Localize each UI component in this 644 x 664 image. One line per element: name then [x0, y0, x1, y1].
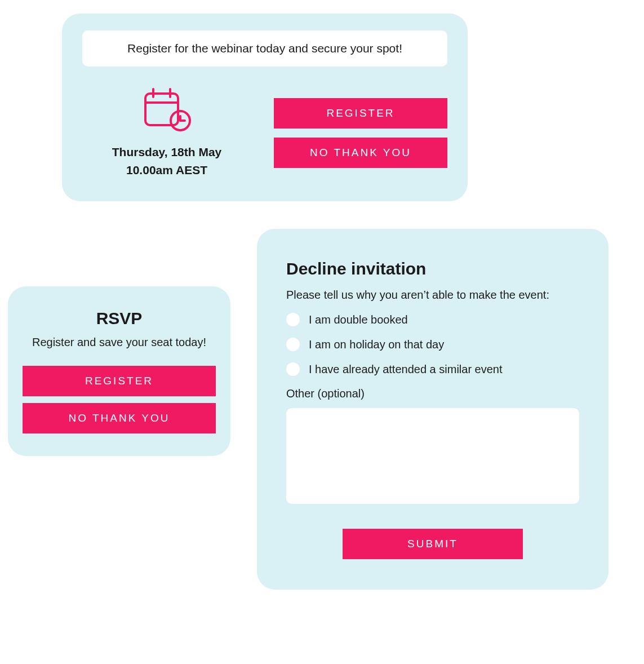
webinar-register-card: Register for the webinar today and secur…	[62, 14, 468, 201]
decline-option-1[interactable]: I am on holiday on that day	[286, 338, 579, 351]
webinar-row: Thursday, 18th May 10.00am AEST REGISTER…	[82, 87, 447, 179]
decline-option-label: I am double booked	[309, 313, 408, 326]
radio-icon	[286, 362, 300, 376]
decline-option-0[interactable]: I am double booked	[286, 313, 579, 326]
submit-wrap: SUBMIT	[286, 529, 579, 559]
register-button[interactable]: REGISTER	[274, 98, 447, 129]
submit-button[interactable]: SUBMIT	[343, 529, 523, 559]
other-textarea[interactable]	[286, 408, 579, 504]
svg-rect-0	[145, 94, 178, 125]
calendar-clock-icon	[82, 87, 251, 133]
webinar-button-column: REGISTER NO THANK YOU	[274, 98, 447, 168]
decline-option-label: I am on holiday on that day	[309, 338, 444, 351]
event-time: 10.00am AEST	[82, 161, 251, 179]
register-button[interactable]: REGISTER	[23, 366, 216, 396]
decline-option-2[interactable]: I have already attended a similar event	[286, 362, 579, 376]
no-thank-you-button[interactable]: NO THANK YOU	[23, 403, 216, 433]
radio-icon	[286, 338, 300, 351]
decline-subtitle: Please tell us why you aren’t able to ma…	[286, 289, 579, 302]
decline-option-label: I have already attended a similar event	[309, 363, 503, 376]
rsvp-subtitle: Register and save your seat today!	[23, 336, 216, 349]
no-thank-you-button[interactable]: NO THANK YOU	[274, 138, 447, 168]
decline-card: Decline invitation Please tell us why yo…	[257, 229, 609, 590]
date-column: Thursday, 18th May 10.00am AEST	[82, 87, 251, 179]
decline-title: Decline invitation	[286, 259, 579, 278]
rsvp-card: RSVP Register and save your seat today! …	[8, 286, 230, 456]
webinar-banner: Register for the webinar today and secur…	[82, 30, 447, 67]
other-label: Other (optional)	[286, 387, 579, 400]
rsvp-title: RSVP	[23, 309, 216, 328]
event-date: Thursday, 18th May	[82, 143, 251, 161]
radio-icon	[286, 313, 300, 326]
